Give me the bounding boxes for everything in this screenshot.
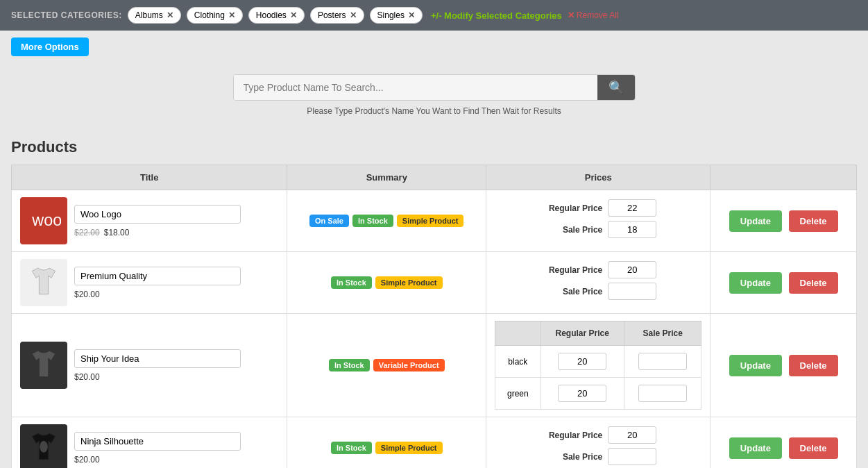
category-name-hoodies: Hoodies — [256, 10, 287, 20]
sale-price-input[interactable] — [608, 283, 656, 300]
regular-price-label: Regular Price — [540, 203, 602, 213]
title-cell: $20.00 — [12, 314, 287, 417]
remove-all-x-icon: ✕ — [568, 10, 575, 20]
var-regular-price-black[interactable] — [558, 353, 606, 370]
prices-cell: Regular Price Sale Price black — [486, 314, 710, 417]
remove-all-label: Remove All — [577, 10, 619, 20]
summary-cell: On Sale In Stock Simple Product — [287, 190, 486, 252]
var-color-green: green — [495, 378, 541, 410]
product-thumbnail — [20, 259, 67, 306]
price-old: $22.00 — [74, 228, 100, 237]
category-name-clothing: Clothing — [194, 10, 225, 20]
variable-prices-table: Regular Price Sale Price black — [495, 321, 701, 410]
var-sale-price-green[interactable] — [638, 385, 687, 402]
remove-hoodies-icon[interactable]: ✕ — [290, 10, 297, 20]
category-name-singles: Singles — [377, 10, 405, 20]
product-title-input[interactable] — [74, 205, 241, 224]
badge-simple-product: Simple Product — [375, 276, 443, 289]
sale-price-input[interactable] — [608, 448, 656, 465]
summary-cell: In Stock Simple Product — [287, 417, 486, 469]
var-header-row: Regular Price Sale Price — [495, 321, 701, 346]
prices-cell: Regular Price Sale Price — [486, 190, 710, 252]
modify-categories-link[interactable]: +/- Modify Selected Categories — [431, 10, 562, 21]
category-tag-posters[interactable]: Posters ✕ — [310, 7, 364, 24]
svg-text:woo: woo — [31, 211, 61, 229]
product-title-input[interactable] — [74, 349, 241, 368]
var-sale-price-black[interactable] — [638, 353, 687, 370]
update-button[interactable]: Update — [729, 210, 782, 232]
price-current: $20.00 — [74, 372, 241, 382]
products-table: Title Summary Prices woo — [11, 165, 857, 468]
title-info: $20.00 — [74, 267, 241, 299]
price-current: $18.00 — [104, 228, 130, 237]
var-regular-price-green[interactable] — [558, 385, 606, 402]
category-tag-albums[interactable]: Albums ✕ — [128, 7, 181, 24]
badge-in-stock: In Stock — [329, 359, 370, 371]
product-title-input[interactable] — [74, 267, 241, 285]
remove-singles-icon[interactable]: ✕ — [408, 10, 415, 20]
delete-button[interactable]: Delete — [789, 210, 838, 232]
search-button[interactable]: 🔍 — [597, 75, 635, 100]
table-row: $20.00 In Stock Simple Product Regular P… — [12, 252, 857, 314]
update-button[interactable]: Update — [729, 437, 782, 459]
remove-clothing-icon[interactable]: ✕ — [228, 10, 235, 20]
svg-point-1 — [40, 441, 48, 453]
search-input[interactable] — [234, 75, 597, 100]
update-button[interactable]: Update — [729, 355, 782, 376]
regular-price-input[interactable] — [608, 426, 656, 444]
summary-cell: In Stock Simple Product — [287, 252, 486, 314]
category-name-posters: Posters — [318, 10, 346, 20]
search-box: 🔍 — [233, 74, 636, 101]
remove-all-link[interactable]: ✕ Remove All — [568, 10, 619, 20]
title-info: $22.00 $18.00 — [74, 205, 241, 237]
price-current: $20.00 — [74, 290, 241, 299]
selected-categories-label: SELECTED CATEGORIES: — [11, 10, 122, 20]
top-bar: SELECTED CATEGORIES: Albums ✕ Clothing ✕… — [0, 0, 868, 31]
badge-in-stock: In Stock — [352, 215, 393, 227]
regular-price-label: Regular Price — [540, 431, 602, 440]
category-tag-clothing[interactable]: Clothing ✕ — [187, 7, 243, 24]
tshirt-svg — [26, 431, 61, 465]
delete-button[interactable]: Delete — [789, 437, 838, 459]
update-button[interactable]: Update — [729, 272, 782, 294]
action-cell: Update Delete — [710, 314, 857, 417]
title-info: $20.00 — [74, 432, 241, 465]
col-actions — [710, 165, 857, 190]
regular-price-label: Regular Price — [540, 265, 602, 275]
category-tag-hoodies[interactable]: Hoodies ✕ — [248, 7, 305, 24]
badge-simple-product: Simple Product — [397, 215, 464, 227]
more-options-button[interactable]: More Options — [11, 37, 89, 56]
var-regular-green — [541, 378, 624, 410]
remove-albums-icon[interactable]: ✕ — [167, 10, 173, 20]
action-cell: Update Delete — [710, 252, 857, 314]
sale-price-label: Sale Price — [540, 225, 602, 235]
product-title-input[interactable] — [74, 432, 241, 451]
product-thumbnail — [20, 342, 67, 389]
sale-price-label: Sale Price — [540, 287, 602, 296]
col-summary: Summary — [287, 165, 486, 190]
col-title: Title — [12, 165, 287, 190]
remove-posters-icon[interactable]: ✕ — [350, 10, 357, 20]
product-thumbnail — [20, 424, 67, 468]
table-row: $20.00 In Stock Simple Product Regular P… — [12, 417, 857, 469]
products-section: Products Title Summary Prices woo — [0, 127, 868, 468]
delete-button[interactable]: Delete — [789, 272, 838, 294]
var-sale-green — [624, 378, 701, 410]
more-options-bar: More Options — [0, 31, 868, 63]
regular-price-input[interactable] — [608, 199, 656, 217]
badge-variable-product: Variable Product — [373, 359, 445, 371]
summary-cell: In Stock Variable Product — [287, 314, 486, 417]
sale-price-input[interactable] — [608, 221, 656, 238]
regular-price-input[interactable] — [608, 261, 656, 278]
products-title: Products — [11, 138, 857, 156]
var-sale-black — [624, 346, 701, 378]
product-thumbnail: woo — [20, 197, 67, 244]
delete-button[interactable]: Delete — [789, 355, 838, 376]
col-prices: Prices — [486, 165, 710, 190]
tshirt-svg — [26, 265, 61, 300]
category-name-albums: Albums — [135, 10, 163, 20]
category-tag-singles[interactable]: Singles ✕ — [370, 7, 423, 24]
action-cell: Update Delete — [710, 190, 857, 252]
title-cell: $20.00 — [12, 417, 287, 469]
prices-cell: Regular Price Sale Price — [486, 417, 710, 469]
